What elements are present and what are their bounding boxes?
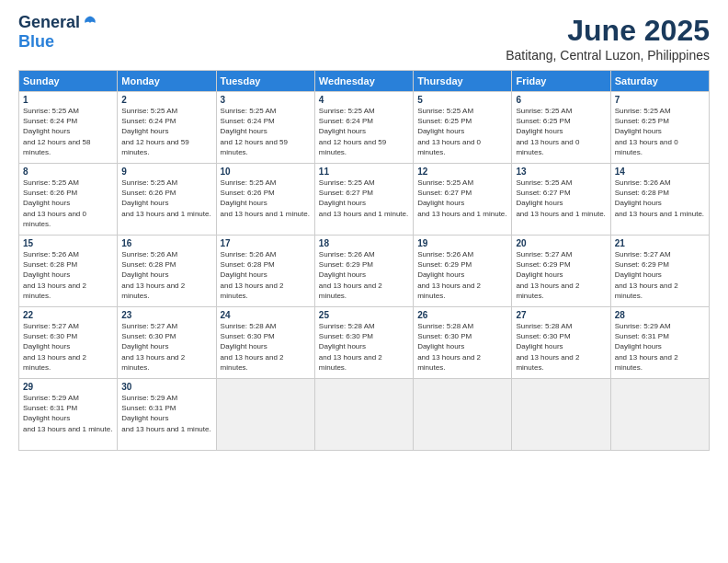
header: General Blue June 2025 Batitang, Central… [18,14,710,63]
day-info: Sunrise: 5:25 AMSunset: 6:24 PMDaylight … [23,107,90,156]
table-row: 10 Sunrise: 5:25 AMSunset: 6:26 PMDaylig… [216,164,314,236]
table-row [512,379,610,451]
day-number: 17 [221,238,311,248]
table-row: 27 Sunrise: 5:28 AMSunset: 6:30 PMDaylig… [512,307,610,379]
day-info: Sunrise: 5:25 AMSunset: 6:24 PMDaylight … [121,107,188,156]
calendar-week-row: 22 Sunrise: 5:27 AMSunset: 6:30 PMDaylig… [19,307,710,379]
logo: General Blue [18,14,98,52]
day-info: Sunrise: 5:26 AMSunset: 6:29 PMDaylight … [417,250,481,300]
day-info: Sunrise: 5:25 AMSunset: 6:26 PMDaylight … [221,178,310,218]
table-row [314,379,413,451]
day-info: Sunrise: 5:27 AMSunset: 6:30 PMDaylight … [121,322,185,372]
day-info: Sunrise: 5:27 AMSunset: 6:29 PMDaylight … [516,250,579,300]
logo-text-blue: Blue [18,32,54,52]
day-number: 27 [516,310,606,320]
table-row: 22 Sunrise: 5:27 AMSunset: 6:30 PMDaylig… [19,307,118,379]
day-info: Sunrise: 5:25 AMSunset: 6:26 PMDaylight … [121,178,210,218]
day-number: 22 [23,310,113,320]
day-info: Sunrise: 5:28 AMSunset: 6:30 PMDaylight … [221,322,284,372]
table-row: 11 Sunrise: 5:25 AMSunset: 6:27 PMDaylig… [314,164,413,236]
table-row: 28 Sunrise: 5:29 AMSunset: 6:31 PMDaylig… [610,307,709,379]
day-number: 8 [23,167,113,177]
day-info: Sunrise: 5:26 AMSunset: 6:28 PMDaylight … [221,250,284,300]
day-info: Sunrise: 5:25 AMSunset: 6:27 PMDaylight … [516,178,605,218]
table-row: 4 Sunrise: 5:25 AMSunset: 6:24 PMDayligh… [314,92,413,164]
calendar-week-row: 15 Sunrise: 5:26 AMSunset: 6:28 PMDaylig… [19,236,710,307]
day-info: Sunrise: 5:27 AMSunset: 6:29 PMDaylight … [615,250,678,300]
day-info: Sunrise: 5:25 AMSunset: 6:24 PMDaylight … [319,107,386,156]
calendar-week-row: 8 Sunrise: 5:25 AMSunset: 6:26 PMDayligh… [19,164,710,236]
day-info: Sunrise: 5:29 AMSunset: 6:31 PMDaylight … [121,394,210,433]
day-number: 26 [417,310,507,320]
day-number: 6 [516,95,606,105]
table-row: 23 Sunrise: 5:27 AMSunset: 6:30 PMDaylig… [118,307,216,379]
logo-bird-icon [82,15,98,31]
col-wednesday: Wednesday [314,71,413,92]
page: General Blue June 2025 Batitang, Central… [0,0,728,563]
table-row: 3 Sunrise: 5:25 AMSunset: 6:24 PMDayligh… [216,92,314,164]
calendar-week-row: 29 Sunrise: 5:29 AMSunset: 6:31 PMDaylig… [19,379,710,451]
day-info: Sunrise: 5:28 AMSunset: 6:30 PMDaylight … [516,322,579,372]
table-row [414,379,512,451]
table-row: 12 Sunrise: 5:25 AMSunset: 6:27 PMDaylig… [414,164,512,236]
day-info: Sunrise: 5:26 AMSunset: 6:29 PMDaylight … [319,250,382,300]
day-number: 15 [23,238,113,248]
day-number: 25 [319,310,409,320]
day-number: 18 [319,238,409,248]
table-row: 1 Sunrise: 5:25 AMSunset: 6:24 PMDayligh… [19,92,118,164]
table-row: 16 Sunrise: 5:26 AMSunset: 6:28 PMDaylig… [118,236,216,307]
table-row: 6 Sunrise: 5:25 AMSunset: 6:25 PMDayligh… [512,92,610,164]
col-friday: Friday [512,71,610,92]
day-number: 19 [417,238,507,248]
table-row: 30 Sunrise: 5:29 AMSunset: 6:31 PMDaylig… [118,379,216,451]
day-number: 16 [121,238,211,248]
table-row: 15 Sunrise: 5:26 AMSunset: 6:28 PMDaylig… [19,236,118,307]
day-info: Sunrise: 5:25 AMSunset: 6:27 PMDaylight … [319,178,408,218]
day-info: Sunrise: 5:29 AMSunset: 6:31 PMDaylight … [23,394,112,433]
day-info: Sunrise: 5:25 AMSunset: 6:27 PMDaylight … [417,178,506,218]
day-number: 12 [417,167,507,177]
day-number: 20 [516,238,606,248]
title-block: June 2025 Batitang, Central Luzon, Phili… [506,14,710,63]
day-info: Sunrise: 5:26 AMSunset: 6:28 PMDaylight … [615,178,704,218]
day-number: 23 [121,310,211,320]
day-info: Sunrise: 5:25 AMSunset: 6:25 PMDaylight … [516,107,579,156]
table-row: 21 Sunrise: 5:27 AMSunset: 6:29 PMDaylig… [610,236,709,307]
table-row: 9 Sunrise: 5:25 AMSunset: 6:26 PMDayligh… [118,164,216,236]
day-number: 28 [615,310,705,320]
day-info: Sunrise: 5:25 AMSunset: 6:25 PMDaylight … [615,107,678,156]
day-info: Sunrise: 5:26 AMSunset: 6:28 PMDaylight … [23,250,86,300]
day-number: 9 [121,167,211,177]
day-info: Sunrise: 5:25 AMSunset: 6:25 PMDaylight … [417,107,481,156]
day-number: 1 [23,95,113,105]
col-tuesday: Tuesday [216,71,314,92]
day-number: 4 [319,95,409,105]
day-info: Sunrise: 5:25 AMSunset: 6:26 PMDaylight … [23,178,86,228]
day-number: 29 [23,382,113,392]
day-info: Sunrise: 5:28 AMSunset: 6:30 PMDaylight … [319,322,382,372]
day-number: 11 [319,167,409,177]
location-title: Batitang, Central Luzon, Philippines [506,48,710,63]
day-number: 14 [615,167,705,177]
day-number: 13 [516,167,606,177]
day-info: Sunrise: 5:29 AMSunset: 6:31 PMDaylight … [615,322,678,372]
calendar-table: Sunday Monday Tuesday Wednesday Thursday… [18,70,710,451]
table-row: 17 Sunrise: 5:26 AMSunset: 6:28 PMDaylig… [216,236,314,307]
table-row [610,379,709,451]
day-number: 3 [221,95,311,105]
logo-text-general: General [18,14,80,32]
table-row: 13 Sunrise: 5:25 AMSunset: 6:27 PMDaylig… [512,164,610,236]
day-number: 2 [121,95,211,105]
month-title: June 2025 [506,14,710,48]
table-row: 18 Sunrise: 5:26 AMSunset: 6:29 PMDaylig… [314,236,413,307]
day-info: Sunrise: 5:25 AMSunset: 6:24 PMDaylight … [221,107,288,156]
table-row: 20 Sunrise: 5:27 AMSunset: 6:29 PMDaylig… [512,236,610,307]
day-number: 10 [221,167,311,177]
day-number: 24 [221,310,311,320]
table-row: 29 Sunrise: 5:29 AMSunset: 6:31 PMDaylig… [19,379,118,451]
col-sunday: Sunday [19,71,118,92]
day-info: Sunrise: 5:27 AMSunset: 6:30 PMDaylight … [23,322,86,372]
table-row: 5 Sunrise: 5:25 AMSunset: 6:25 PMDayligh… [414,92,512,164]
table-row: 24 Sunrise: 5:28 AMSunset: 6:30 PMDaylig… [216,307,314,379]
day-info: Sunrise: 5:26 AMSunset: 6:28 PMDaylight … [121,250,185,300]
